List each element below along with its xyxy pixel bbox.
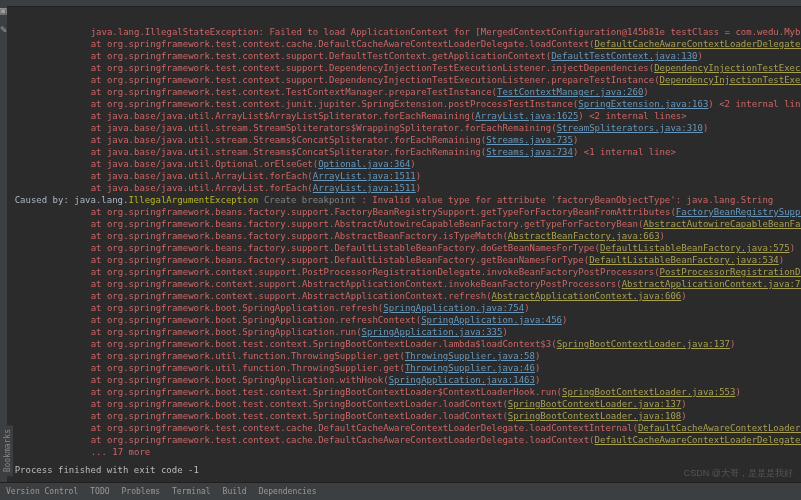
stack-frame: at org.springframework.beans.factory.sup… [11,242,801,254]
tool-icon-edit[interactable]: ✎ [0,23,7,36]
source-link[interactable]: DefaultCacheAwareContextLoaderDelegate.j… [638,423,801,433]
stack-frame: at org.springframework.beans.factory.sup… [11,254,801,266]
source-link[interactable]: AbstractApplicationContext.java:788 [622,279,801,289]
source-link[interactable]: SpringBootContextLoader.java:553 [562,387,735,397]
source-link[interactable]: ArrayList.java:1511 [313,171,416,181]
source-link[interactable]: SpringBootContextLoader.java:137 [508,399,681,409]
stack-frame: at org.springframework.beans.factory.sup… [11,230,801,242]
source-link[interactable]: AbstractApplicationContext.java:606 [492,291,682,301]
create-breakpoint-link[interactable]: Create breakpoint [258,195,361,205]
status-item[interactable]: TODO [90,487,109,496]
stack-frame: at java.base/java.util.stream.Streams$Co… [11,146,801,158]
source-link[interactable]: AbstractBeanFactory.java:663 [508,231,660,241]
side-tab-bookmarks[interactable]: Bookmarks [2,425,13,476]
stack-frame: at org.springframework.context.support.A… [11,278,801,290]
source-link[interactable]: DefaultListableBeanFactory.java:534 [589,255,779,265]
stack-frame: at org.springframework.boot.test.context… [11,398,801,410]
source-link[interactable]: ArrayList.java:1511 [313,183,416,193]
stack-frame: at java.base/java.util.ArrayList.forEach… [11,182,801,194]
exception-header: java.lang.IllegalStateException: Failed … [11,26,801,38]
source-link[interactable]: DefaultCacheAwareContextLoaderDelegate.j… [595,39,801,49]
stack-frame: at java.base/java.util.stream.Streams$Co… [11,134,801,146]
stack-frame: at java.base/java.util.ArrayList$ArrayLi… [11,110,801,122]
source-link[interactable]: SpringApplication.java:456 [421,315,562,325]
stack-frame: at org.springframework.beans.factory.sup… [11,206,801,218]
tool-icon-structure[interactable]: ▣ [0,4,7,17]
source-link[interactable]: SpringApplication.java:335 [362,327,503,337]
stack-frame: at org.springframework.context.support.P… [11,266,801,278]
source-link[interactable]: Streams.java:734 [486,147,573,157]
stack-frame: at org.springframework.test.context.Test… [11,86,801,98]
source-link[interactable]: StreamSpliterators.java:310 [557,123,703,133]
stack-frame: at org.springframework.util.function.Thr… [11,362,801,374]
status-item[interactable]: Problems [122,487,161,496]
stack-frame: at org.springframework.test.context.supp… [11,62,801,74]
source-link[interactable]: SpringApplication.java:1463 [389,375,535,385]
stack-frame: at org.springframework.test.context.cach… [11,434,801,446]
stack-frame: at org.springframework.test.context.cach… [11,422,801,434]
source-link[interactable]: DependencyInjectionTestExecutionListener… [660,75,801,85]
source-link[interactable]: DefaultCacheAwareContextLoaderDelegate.j… [595,435,801,445]
stack-frame: at org.springframework.boot.SpringApplic… [11,302,801,314]
source-link[interactable]: FactoryBeanRegistrySupport.java:86 [676,207,801,217]
stack-frame: at java.base/java.util.Optional.orElseGe… [11,158,801,170]
source-link[interactable]: Streams.java:735 [486,135,573,145]
source-link[interactable]: SpringExtension.java:163 [578,99,708,109]
console-output[interactable]: java.lang.IllegalStateException: Failed … [7,24,801,500]
status-item[interactable]: Build [223,487,247,496]
stack-frame: at org.springframework.context.support.A… [11,290,801,302]
stack-frame: ... 17 more [11,446,801,458]
stack-frame: at org.springframework.test.context.juni… [11,98,801,110]
stack-frame: at org.springframework.boot.test.context… [11,338,801,350]
source-link[interactable]: Optional.java:364 [318,159,410,169]
stack-frame: at org.springframework.boot.SpringApplic… [11,326,801,338]
caused-by-line: Caused by: java.lang.IllegalArgumentExce… [11,194,801,206]
stack-frame: at java.base/java.util.ArrayList.forEach… [11,170,801,182]
source-link[interactable]: ThrowingSupplier.java:46 [405,363,535,373]
stack-frame: at org.springframework.test.context.supp… [11,74,801,86]
source-link[interactable]: PostProcessorRegistrationDelegate.java:1… [660,267,801,277]
source-link[interactable]: SpringBootContextLoader.java:137 [557,339,730,349]
stack-frame: at org.springframework.util.function.Thr… [11,350,801,362]
source-link[interactable]: DefaultListableBeanFactory.java:575 [600,243,790,253]
source-link[interactable]: SpringBootContextLoader.java:108 [508,411,681,421]
source-link[interactable]: TestContextManager.java:260 [497,87,643,97]
stack-frame: at java.base/java.util.stream.StreamSpli… [11,122,801,134]
status-version-control[interactable]: Version Control [6,487,78,496]
stack-frame: at org.springframework.test.context.supp… [11,50,801,62]
source-link[interactable]: DefaultTestContext.java:130 [551,51,697,61]
stack-frame: at org.springframework.boot.SpringApplic… [11,314,801,326]
status-item[interactable]: Dependencies [259,487,317,496]
exit-code-line: Process finished with exit code -1 [11,464,801,476]
stack-frame: at org.springframework.beans.factory.sup… [11,218,801,230]
source-link[interactable]: SpringApplication.java:754 [383,303,524,313]
status-item[interactable]: Terminal [172,487,211,496]
watermark: CSDN @大哥，是是是我好 [684,467,793,480]
exception-class[interactable]: IllegalArgumentException [128,195,258,205]
source-link[interactable]: ThrowingSupplier.java:58 [405,351,535,361]
stack-frame: at org.springframework.test.context.cach… [11,38,801,50]
stack-frame: at org.springframework.boot.SpringApplic… [11,374,801,386]
source-link[interactable]: ArrayList.java:1625 [475,111,578,121]
source-link[interactable]: AbstractAutowireCapableBeanFactory.java:… [643,219,801,229]
source-link[interactable]: DependencyInjectionTestExecutionListener… [654,63,801,73]
status-bar[interactable]: Version Control TODO Problems Terminal B… [0,482,801,500]
run-tool-header[interactable] [7,6,801,24]
stack-frame: at org.springframework.boot.test.context… [11,386,801,398]
stack-frame: at org.springframework.boot.test.context… [11,410,801,422]
